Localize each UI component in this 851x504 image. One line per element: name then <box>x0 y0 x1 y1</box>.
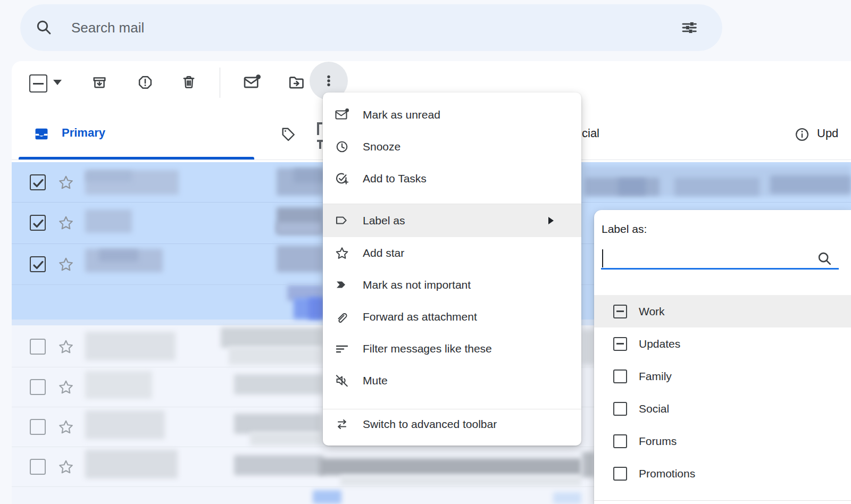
submenu-divider <box>594 500 851 501</box>
menu-item-forward-attachment[interactable]: Forward as attachment <box>323 301 581 333</box>
tab-updates-partial[interactable]: Upd <box>817 127 851 140</box>
menu-item-label-as[interactable]: Label as <box>323 204 581 237</box>
row-checkbox[interactable] <box>30 379 46 395</box>
mute-speaker-icon <box>334 373 350 389</box>
menu-item-add-to-tasks[interactable]: Add to Tasks <box>323 163 581 195</box>
star-icon[interactable] <box>57 458 74 475</box>
menu-item-label: Forward as attachment <box>363 310 477 323</box>
menu-item-mark-as-unread[interactable]: Mark as unread <box>323 99 581 131</box>
menu-item-snooze[interactable]: Snooze <box>323 131 581 163</box>
swap-arrows-icon <box>334 416 350 432</box>
row-checkbox-checked[interactable] <box>30 256 46 272</box>
search-bar[interactable]: Search mail <box>20 4 722 51</box>
label-as-submenu: Label as: Work Updates Family <box>594 210 851 504</box>
star-icon[interactable] <box>57 418 74 435</box>
star-icon[interactable] <box>57 256 74 273</box>
select-all-checkbox-indeterminate[interactable] <box>29 74 47 93</box>
envelope-unread-icon <box>334 107 350 123</box>
report-spam-button[interactable] <box>137 74 154 91</box>
move-to-button[interactable] <box>288 74 306 92</box>
occluded-tab-label-fragment <box>317 122 322 124</box>
redacted-content-block <box>313 490 341 504</box>
label-search-input[interactable] <box>601 247 814 268</box>
menu-item-filter-messages[interactable]: Filter messages like these <box>323 333 581 365</box>
redacted-content-block <box>553 492 581 504</box>
label-option-text: Forums <box>639 435 677 448</box>
menu-item-mark-not-important[interactable]: Mark as not important <box>323 269 581 301</box>
tab-primary[interactable]: Primary <box>62 126 105 140</box>
star-icon <box>334 245 350 261</box>
star-icon[interactable] <box>57 379 74 396</box>
menu-item-label: Label as <box>363 214 405 227</box>
label-option-text: Social <box>639 402 669 415</box>
menu-item-label: Snooze <box>363 140 401 153</box>
label-option-family[interactable]: Family <box>594 360 851 392</box>
label-option-text: Updates <box>639 338 680 350</box>
search-icon[interactable] <box>35 19 53 37</box>
menu-item-label: Mute <box>363 374 388 387</box>
label-option-text: Work <box>639 305 665 318</box>
row-checkbox[interactable] <box>30 459 46 475</box>
search-input[interactable]: Search mail <box>71 20 144 36</box>
checkbox-indeterminate-icon[interactable] <box>613 337 627 351</box>
menu-item-add-star[interactable]: Add star <box>323 237 581 269</box>
menu-item-label: Filter messages like these <box>363 342 492 355</box>
checkbox-empty-icon[interactable] <box>613 402 627 416</box>
submenu-title: Label as: <box>602 223 647 236</box>
search-icon[interactable] <box>816 250 833 267</box>
star-icon[interactable] <box>57 174 74 191</box>
primary-inbox-icon[interactable] <box>33 125 50 142</box>
row-checkbox-checked[interactable] <box>30 174 46 190</box>
menu-item-mute[interactable]: Mute <box>323 365 581 397</box>
label-option-forums[interactable]: Forums <box>594 425 851 457</box>
paperclip-icon <box>334 309 350 325</box>
menu-item-switch-toolbar[interactable]: Switch to advanced toolbar <box>323 409 581 439</box>
mark-unread-button[interactable] <box>243 73 261 91</box>
archive-button[interactable] <box>91 74 108 91</box>
star-icon[interactable] <box>57 338 74 355</box>
toolbar-divider <box>220 68 220 98</box>
occluded-tab-label-fragment <box>317 122 319 135</box>
label-option-social[interactable]: Social <box>594 392 851 425</box>
label-option-updates[interactable]: Updates <box>594 327 851 360</box>
row-checkbox-checked[interactable] <box>30 215 46 231</box>
label-options-list: Work Updates Family Social Forums Promot… <box>594 295 851 490</box>
menu-item-label: Add to Tasks <box>363 172 427 185</box>
label-option-work[interactable]: Work <box>594 295 851 327</box>
importance-marker-icon <box>334 277 350 293</box>
checkbox-empty-icon[interactable] <box>613 467 627 481</box>
tag-icon[interactable] <box>280 125 297 142</box>
redacted-content-block <box>308 298 323 319</box>
delete-button[interactable] <box>180 74 197 91</box>
label-option-text: Family <box>639 370 672 383</box>
gmail-app: Search mail <box>0 0 851 504</box>
row-checkbox[interactable] <box>30 339 46 355</box>
checkbox-indeterminate-icon[interactable] <box>613 305 627 318</box>
label-tag-icon <box>334 213 350 229</box>
task-add-icon <box>334 171 350 187</box>
more-options-menu: Mark as unread Snooze Add to Tasks <box>323 93 581 446</box>
row-checkbox[interactable] <box>30 419 46 435</box>
label-option-promotions[interactable]: Promotions <box>594 457 851 490</box>
checkbox-empty-icon[interactable] <box>613 369 627 383</box>
tab-social-partial[interactable]: cial <box>582 127 599 140</box>
label-option-text: Promotions <box>639 467 695 480</box>
submenu-arrow-icon <box>548 217 554 224</box>
occluded-tab-label-fragment <box>319 140 321 149</box>
menu-item-label: Mark as not important <box>363 279 471 291</box>
filter-lines-icon <box>334 341 350 357</box>
menu-item-label: Add star <box>363 247 404 259</box>
menu-item-label: Switch to advanced toolbar <box>363 418 497 431</box>
select-options-caret-icon[interactable] <box>53 80 62 85</box>
info-icon[interactable] <box>794 126 811 143</box>
clock-icon <box>334 139 350 155</box>
checkbox-empty-icon[interactable] <box>613 434 627 448</box>
menu-item-label: Mark as unread <box>363 108 440 121</box>
star-icon[interactable] <box>57 214 74 231</box>
tune-filters-icon[interactable] <box>681 19 698 36</box>
